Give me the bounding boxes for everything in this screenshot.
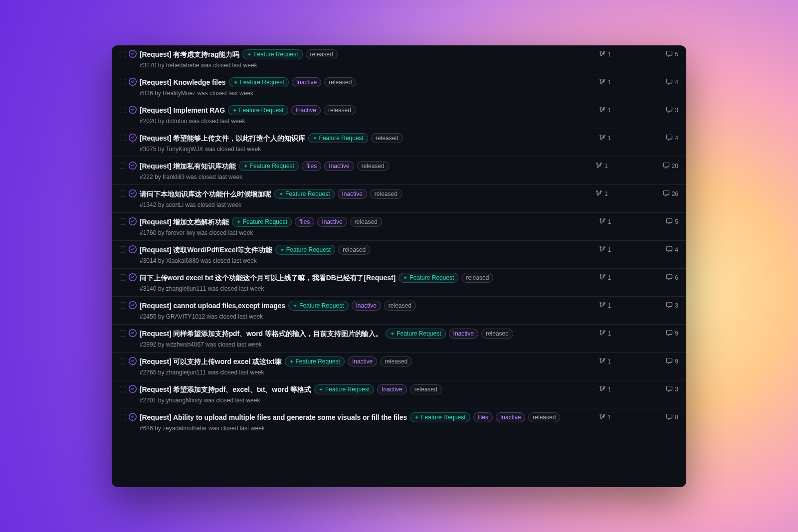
label-released[interactable]: released xyxy=(370,189,402,199)
label-feature[interactable]: ✦Feature Request xyxy=(239,161,299,171)
select-checkbox[interactable] xyxy=(120,246,126,253)
select-checkbox[interactable] xyxy=(120,386,126,392)
label-inactive[interactable]: Inactive xyxy=(496,412,525,422)
issue-title[interactable]: [Request] 可以支持上传word excel 或这txt嘛 xyxy=(140,356,282,367)
label-feature[interactable]: ✦Feature Request xyxy=(386,329,445,339)
select-checkbox[interactable] xyxy=(120,135,126,141)
label-released[interactable]: released xyxy=(357,161,389,171)
pr-count: 1 xyxy=(608,414,611,421)
comments-badge[interactable]: 20 xyxy=(663,162,678,171)
issue-title[interactable]: [Request] 读取Word/Pdf/Excel等文件功能 xyxy=(140,245,272,255)
issue-title[interactable]: [Request] Knowledge files xyxy=(140,77,226,88)
issue-title[interactable]: [Request] 希望添加支持pdf、excel、txt、word 等格式 xyxy=(140,384,311,395)
issue-title[interactable]: [Request] 增加文档解析功能 xyxy=(140,217,229,227)
linked-pr-badge[interactable]: 1 xyxy=(599,385,611,394)
label-feature[interactable]: ✦Feature Request xyxy=(410,412,470,422)
issue-title[interactable]: 请问下本地知识库这个功能什么时候增加呢 xyxy=(140,189,271,199)
issue-title[interactable]: 问下上传word excel txt 这个功能这个月可以上线了嘛，我看DB已经有… xyxy=(140,273,396,283)
select-checkbox[interactable] xyxy=(120,218,126,225)
label-feature[interactable]: ✦Feature Request xyxy=(229,77,289,87)
label-released[interactable]: released xyxy=(384,301,416,311)
label-inactive[interactable]: Inactive xyxy=(292,77,321,87)
label-feature[interactable]: ✦Feature Request xyxy=(308,133,368,143)
label-feature[interactable]: ✦Feature Request xyxy=(232,217,292,227)
linked-pr-badge[interactable]: 1 xyxy=(599,106,611,115)
label-files[interactable]: files xyxy=(473,412,493,422)
label-feature[interactable]: ✦Feature Request xyxy=(242,49,302,59)
linked-pr-badge[interactable]: 1 xyxy=(599,330,611,338)
comments-badge[interactable]: 4 xyxy=(666,78,678,87)
comments-badge[interactable]: 9 xyxy=(666,330,678,338)
issue-title[interactable]: [Request] Ability to upload multiple fil… xyxy=(140,412,407,423)
comments-badge[interactable]: 3 xyxy=(666,385,678,394)
issue-title[interactable]: [Request] 同样希望添加支持pdf、word 等格式的输入，目前支持图片… xyxy=(140,329,383,339)
comments-badge[interactable]: 9 xyxy=(666,357,678,366)
linked-pr-badge[interactable]: 1 xyxy=(599,413,611,422)
label-inactive[interactable]: Inactive xyxy=(352,301,381,311)
label-inactive[interactable]: Inactive xyxy=(324,161,354,171)
issue-title[interactable]: [Request] Implement RAG xyxy=(140,105,225,116)
comments-badge[interactable]: 6 xyxy=(666,274,678,282)
select-checkbox[interactable] xyxy=(120,274,126,281)
label-feature[interactable]: ✦Feature Request xyxy=(399,273,458,283)
label-released[interactable]: released xyxy=(338,245,370,255)
label-feature[interactable]: ✦Feature Request xyxy=(288,301,348,311)
label-inactive[interactable]: Inactive xyxy=(338,189,367,199)
linked-pr-badge[interactable]: 1 xyxy=(599,78,611,87)
label-released[interactable]: released xyxy=(380,356,412,366)
label-inactive[interactable]: Inactive xyxy=(291,105,321,115)
select-checkbox[interactable] xyxy=(120,358,126,364)
linked-pr-badge[interactable]: 1 xyxy=(599,134,611,143)
label-inactive[interactable]: Inactive xyxy=(317,217,347,227)
select-checkbox[interactable] xyxy=(120,163,126,169)
label-released[interactable]: released xyxy=(324,105,356,115)
label-feature[interactable]: ✦Feature Request xyxy=(285,356,345,366)
linked-pr-badge[interactable]: 1 xyxy=(596,162,608,171)
label-inactive[interactable]: Inactive xyxy=(377,384,406,394)
issue-title[interactable]: [Request] cannot upload files,except ima… xyxy=(140,301,285,311)
select-checkbox[interactable] xyxy=(120,302,126,309)
linked-pr-badge[interactable]: 1 xyxy=(599,50,611,59)
comments-badge[interactable]: 3 xyxy=(666,302,678,310)
issue-title[interactable]: [Request] 有考虑支持rag能力吗 xyxy=(140,49,239,60)
linked-pr-badge[interactable]: 1 xyxy=(599,357,611,366)
issue-title[interactable]: [Request] 增加私有知识库功能 xyxy=(140,161,236,172)
linked-pr-badge[interactable]: 1 xyxy=(599,246,611,254)
label-released[interactable]: released xyxy=(306,49,338,59)
star-icon: ✦ xyxy=(233,78,238,87)
label-inactive[interactable]: Inactive xyxy=(348,356,377,366)
select-checkbox[interactable] xyxy=(120,414,126,420)
linked-pr-badge[interactable]: 1 xyxy=(599,302,611,310)
title-line: [Request] Ability to upload multiple fil… xyxy=(140,412,578,423)
comments-badge[interactable]: 5 xyxy=(666,218,678,226)
label-files[interactable]: files xyxy=(295,217,314,227)
comments-badge[interactable]: 4 xyxy=(666,246,678,254)
label-released[interactable]: released xyxy=(324,77,356,87)
label-feature[interactable]: ✦Feature Request xyxy=(274,189,334,199)
linked-pr-badge[interactable]: 1 xyxy=(599,274,611,282)
select-checkbox[interactable] xyxy=(120,51,126,57)
label-released[interactable]: released xyxy=(528,412,560,422)
linked-pr-badge[interactable]: 1 xyxy=(599,218,611,226)
comments-badge[interactable]: 5 xyxy=(666,50,678,59)
issue-title[interactable]: [Request] 希望能够上传文件，以此打造个人的知识库 xyxy=(140,133,305,144)
select-checkbox[interactable] xyxy=(120,330,126,337)
linked-pr-badge[interactable]: 1 xyxy=(596,190,608,198)
label-released[interactable]: released xyxy=(481,329,513,339)
label-released[interactable]: released xyxy=(371,133,403,143)
label-feature[interactable]: ✦Feature Request xyxy=(275,245,335,255)
label-released[interactable]: released xyxy=(410,384,442,394)
select-checkbox[interactable] xyxy=(120,79,126,85)
label-feature[interactable]: ✦Feature Request xyxy=(314,384,374,394)
label-released[interactable]: released xyxy=(350,217,382,227)
select-checkbox[interactable] xyxy=(120,107,126,113)
label-files[interactable]: files xyxy=(302,161,321,171)
comments-badge[interactable]: 3 xyxy=(666,106,678,115)
label-released[interactable]: released xyxy=(461,273,493,283)
label-inactive[interactable]: Inactive xyxy=(449,329,478,339)
comments-badge[interactable]: 26 xyxy=(663,190,678,198)
select-checkbox[interactable] xyxy=(120,190,126,197)
label-feature[interactable]: ✦Feature Request xyxy=(228,105,288,115)
comments-badge[interactable]: 4 xyxy=(666,134,678,143)
comments-badge[interactable]: 8 xyxy=(666,413,678,422)
